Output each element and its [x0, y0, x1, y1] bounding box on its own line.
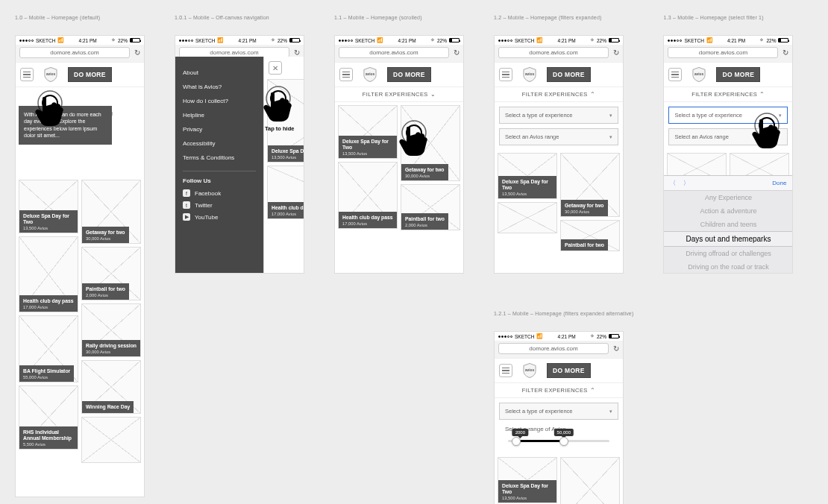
range-min-tip: 2000	[512, 429, 528, 436]
app-header: DO MORE	[16, 62, 144, 87]
experience-type-select[interactable]: Select a type of experience▾	[499, 403, 618, 420]
bluetooth-icon: ✧	[430, 37, 435, 43]
range-thumb-max[interactable]	[559, 437, 568, 446]
pushed-content: ✕ Deluxe Spa Day for Two13,500 Avios Hea…	[263, 57, 304, 273]
menu-button[interactable]	[668, 68, 682, 81]
avios-range-select[interactable]: Select an Avios range	[668, 128, 788, 145]
refresh-icon[interactable]: ↻	[782, 48, 788, 57]
twitter-icon: t	[183, 201, 190, 209]
url-field[interactable]: domore.avios.com	[339, 47, 449, 58]
nav-item[interactable]: How do I collect?	[183, 94, 256, 108]
experience-card[interactable]: Health club day pass17,000 Avios	[19, 236, 78, 312]
ios-picker: 〈〉 Done Any Experience Action & adventur…	[664, 175, 792, 273]
picker-prev[interactable]: 〈	[670, 180, 676, 186]
refresh-icon[interactable]: ↻	[454, 48, 460, 57]
url-field[interactable]: domore.avios.com	[19, 47, 130, 58]
range-thumb-min[interactable]	[512, 437, 521, 446]
experience-card[interactable]	[498, 202, 557, 233]
url-field[interactable]: domore.avios.com	[498, 343, 609, 354]
menu-button[interactable]	[339, 68, 353, 81]
screen-select-filter-1: SKETCH📶4:21 PM✧22% domore.avios.com↻ DO …	[663, 35, 793, 274]
avios-range-select[interactable]: Select an Avios range▾	[499, 128, 618, 145]
domore-badge: DO MORE	[716, 67, 760, 82]
social-youtube[interactable]: ▶YouTube	[183, 211, 256, 223]
nav-item[interactable]: Privacy	[183, 122, 256, 136]
screen-homepage-scrolled: SKETCH📶4:21 PM✧22% domore.avios.com↻ DO …	[334, 35, 464, 274]
social-twitter[interactable]: tTwitter	[183, 199, 256, 211]
picker-wheel[interactable]: Any Experience Action & adventure Childr…	[664, 191, 792, 273]
screen-label: 1.0.1 – Mobile – Off-canvas navigation	[175, 15, 304, 20]
caret-down-icon: ▾	[779, 113, 782, 119]
refresh-icon[interactable]: ↻	[134, 48, 140, 57]
statusbar: SKETCH 📶 4:21 PM ✧ 22%	[16, 36, 144, 45]
domore-badge: DO MORE	[547, 363, 591, 378]
experience-card[interactable]: Deluxe Spa Day for Two13,500 Avios	[267, 79, 304, 163]
experience-card[interactable]: Health club day pass17,000 Avios	[267, 166, 304, 219]
experience-card[interactable]: Paintball for two2,000 Avios	[81, 247, 141, 300]
domore-badge: DO MORE	[68, 67, 112, 82]
picker-next[interactable]: 〉	[683, 180, 689, 186]
experience-card[interactable]: Paintball for two	[560, 220, 620, 251]
filter-toggle[interactable]: FILTER EXPERIENCES⌄	[335, 87, 463, 102]
filter-toggle[interactable]: FILTER EXPERIENCES⌃	[495, 87, 623, 102]
filter-toggle[interactable]: FILTER EXPERIENCES⌃	[664, 87, 792, 102]
filter-toggle[interactable]: FILTER EXPERIENCES⌃	[495, 383, 623, 398]
experience-card[interactable]: Getaway for two30,000 Avios	[401, 105, 460, 181]
experience-card[interactable]: Paintball for two2,000 Avios	[401, 184, 460, 230]
experience-card[interactable]: Deluxe Spa Day for Two13,500 Avios	[338, 105, 398, 159]
screen-filters-expanded-alt: SKETCH📶4:21 PM✧22% domore.avios.com↻ DO …	[494, 331, 624, 504]
nav-item[interactable]: Accessibility	[183, 136, 256, 151]
menu-button[interactable]	[499, 68, 512, 81]
avios-logo	[517, 66, 542, 83]
nav-item[interactable]: What is Avios?	[183, 80, 256, 94]
screen-label: 1.1 – Mobile – Homepage (scrolled)	[334, 15, 464, 20]
experience-card[interactable]: Winning Race Day	[81, 360, 141, 414]
bluetooth-icon: ✧	[271, 37, 275, 43]
experience-card[interactable]: Deluxe Spa Day for Two13,500 Avios	[498, 457, 557, 503]
caret-down-icon: ▾	[609, 134, 612, 140]
experience-card[interactable]: Rally driving session30,000 Avios	[81, 303, 141, 357]
facebook-icon: f	[183, 189, 190, 197]
experience-card[interactable]: Getaway for two30,000 Avios	[560, 457, 620, 504]
experience-type-select[interactable]: Select a type of experience▾	[499, 107, 618, 124]
experience-card[interactable]: Getaway for two30,000 Avios	[81, 180, 141, 244]
refresh-icon[interactable]: ↻	[294, 48, 300, 57]
experience-card[interactable]: Deluxe Spa Day for Two13,500 Avios	[498, 153, 557, 199]
experience-card[interactable]: Deluxe Spa Day for Two13,500 Avios	[19, 180, 78, 233]
nav-item[interactable]: About	[183, 66, 256, 80]
experience-card[interactable]: BA Flight Simulator55,000 Avios	[19, 315, 78, 382]
experience-card[interactable]: Health club day pass17,000 Avios	[338, 162, 398, 229]
screen-offcanvas-nav: SKETCH📶 4:21 PM ✧22% domore.avios.com↻ A…	[175, 35, 304, 274]
youtube-icon: ▶	[183, 213, 190, 221]
experience-type-select[interactable]: Select a type of experience▾	[668, 107, 788, 124]
nav-item[interactable]: Terms & Conditions	[183, 151, 256, 165]
refresh-icon[interactable]: ↻	[613, 48, 619, 57]
avios-range-slider[interactable]: Select a range of Avios 2000 50,000	[499, 421, 618, 450]
caret-down-icon: ▾	[609, 113, 612, 119]
wireframe-canvas: 1.0 – Mobile – Homepage (default) SKETCH…	[15, 15, 813, 504]
menu-button[interactable]	[20, 68, 34, 81]
intro-copy: With Avios you can do more each day ever…	[19, 106, 112, 145]
refresh-icon[interactable]: ↻	[613, 344, 619, 353]
nav-item[interactable]: Helpline	[183, 108, 256, 122]
picker-done[interactable]: Done	[772, 180, 786, 186]
social-facebook[interactable]: fFacebook	[183, 187, 256, 199]
close-button[interactable]: ✕	[269, 61, 282, 75]
range-max-tip: 50,000	[554, 429, 574, 436]
wifi-icon: 📶	[536, 333, 543, 339]
experience-card[interactable]: Getaway for two30,000 Avios	[560, 153, 620, 217]
nav-drawer: About What is Avios? How do I collect? H…	[175, 57, 263, 273]
wifi-icon: 📶	[706, 37, 713, 43]
screen-label: 1.2 – Mobile – Homepage (filters expande…	[494, 15, 633, 20]
menu-button[interactable]	[499, 364, 512, 377]
battery-icon	[130, 38, 140, 42]
url-field[interactable]: domore.avios.com	[498, 47, 609, 58]
battery-icon	[609, 38, 619, 42]
url-field[interactable]: domore.avios.com	[668, 47, 778, 58]
experience-card[interactable]: RHS Individual Annual Membership5,500 Av…	[19, 385, 78, 450]
bluetooth-icon: ✧	[590, 37, 595, 43]
screen-homepage-default: SKETCH 📶 4:21 PM ✧ 22% domore.avios.com …	[15, 35, 145, 497]
follow-heading: Follow Us	[183, 177, 256, 184]
screen-label: 1.3 – Mobile – Homepage (select filter 1…	[663, 15, 793, 20]
experience-card[interactable]	[81, 417, 141, 463]
